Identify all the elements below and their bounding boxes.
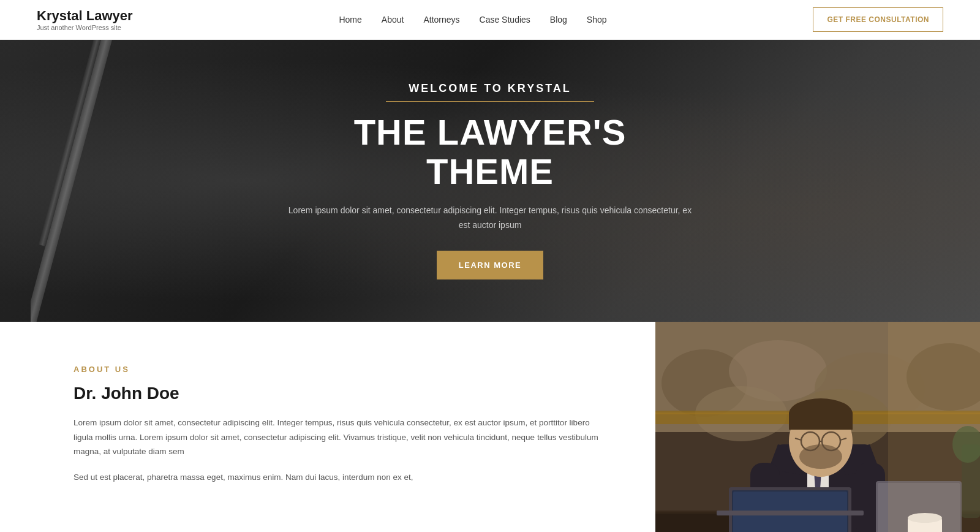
hero-title: THE LAWYER'S THEME [288,113,692,191]
learn-more-button[interactable]: LEARN MORE [437,251,543,279]
hero-subtitle: WELCOME TO KRYSTAL [288,82,692,95]
nav-about[interactable]: About [382,15,404,25]
site-branding: Krystal Lawyer Just another WordPress si… [37,8,133,31]
about-photo [655,322,980,532]
about-text-column: ABOUT US Dr. John Doe Lorem ipsum dolor … [0,322,655,532]
nav-shop[interactable]: Shop [587,15,607,25]
about-label: ABOUT US [74,365,606,374]
nav-home[interactable]: Home [339,15,361,25]
about-paragraph-1: Lorem ipsum dolor sit amet, consectetur … [74,416,606,459]
hero-pen-decoration [31,40,214,322]
hero-content: WELCOME TO KRYSTAL THE LAWYER'S THEME Lo… [276,82,704,280]
site-title: Krystal Lawyer [37,8,133,24]
about-person-name: Dr. John Doe [74,384,606,403]
about-section: ABOUT US Dr. John Doe Lorem ipsum dolor … [0,322,980,532]
hero-section: WELCOME TO KRYSTAL THE LAWYER'S THEME Lo… [0,40,980,322]
about-image-column [655,322,980,532]
main-nav: Home About Attorneys Case Studies Blog S… [339,15,606,25]
site-header: Krystal Lawyer Just another WordPress si… [0,0,980,40]
nav-attorneys[interactable]: Attorneys [423,15,459,25]
site-tagline: Just another WordPress site [37,24,133,31]
about-paragraph-2: Sed ut est placerat, pharetra massa eget… [74,470,606,485]
consultation-button[interactable]: GET FREE CONSULTATION [813,7,943,32]
svg-rect-43 [888,322,980,532]
nav-blog[interactable]: Blog [550,15,567,25]
hero-description: Lorem ipsum dolor sit amet, consectetur … [288,203,692,233]
nav-case-studies[interactable]: Case Studies [480,15,530,25]
hero-divider [386,101,594,102]
